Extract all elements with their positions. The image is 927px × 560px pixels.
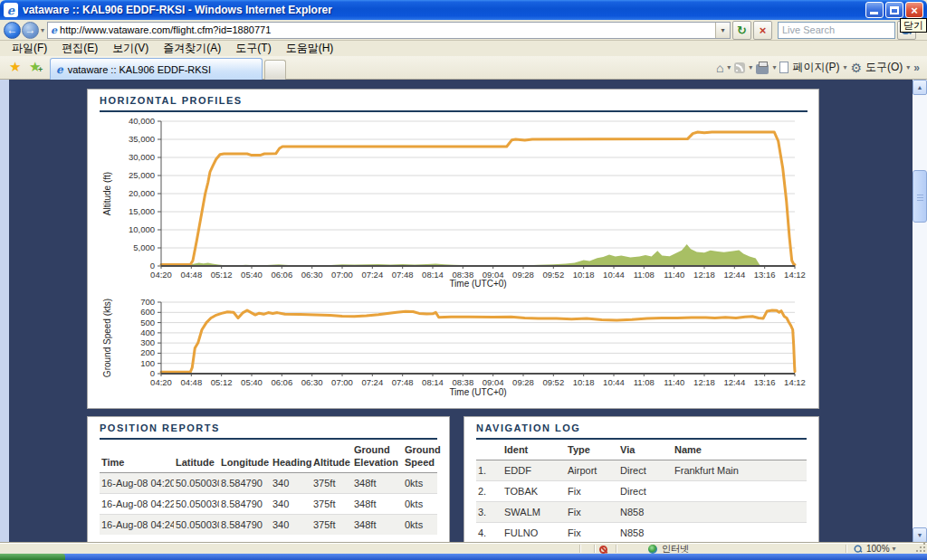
menu-help[interactable]: 도움말(H) [279,40,341,57]
svg-text:07:00: 07:00 [331,270,353,280]
table-cell: Frankfurt Main [673,460,807,480]
taskbar-edge [0,554,927,560]
table-cell: 3. [476,501,502,522]
table-header-row: TimeLatitudeLongitudeHeadingAltitudeGrou… [100,441,437,472]
history-dropdown[interactable]: ▾ [41,26,44,34]
svg-text:09:28: 09:28 [512,270,534,280]
svg-text:04:48: 04:48 [180,270,202,280]
svg-text:15,000: 15,000 [129,206,155,216]
menu-tools[interactable]: 도구(T) [228,40,278,57]
column-header: Via [618,441,673,460]
url-dropdown-button[interactable]: ▾ [715,23,730,38]
close-button[interactable]: × [905,2,923,18]
svg-text:11:40: 11:40 [664,270,684,280]
favorites-center-button[interactable]: ★ [9,59,21,75]
menu-file[interactable]: 파일(F) [5,40,54,57]
tools-menu-button[interactable]: 도구(O) [865,60,903,75]
svg-text:Altitude (ft): Altitude (ft) [102,172,112,215]
scroll-down-button[interactable]: ▼ [913,527,927,543]
page-menu-button[interactable]: 페이지(P) [792,60,839,75]
minimize-button[interactable] [865,2,884,18]
tools-dropdown[interactable]: ▾ [906,63,910,71]
search-input[interactable] [779,24,894,35]
profiles-section-title: HORIZONTAL PROFILES [100,95,808,112]
internet-zone-icon [648,545,657,554]
status-bar: 인터넷 100% ▾ [0,543,927,554]
page-favicon: e [51,24,57,36]
scroll-up-button[interactable]: ▲ [913,80,927,95]
refresh-icon: ↻ [737,24,747,37]
svg-text:08:38: 08:38 [452,377,473,387]
table-cell: 348ft [352,514,403,535]
table-cell: 16-Aug-08 04:20 [100,472,174,493]
altitude-chart: 05,00010,00015,00020,00025,00030,00035,0… [100,114,802,289]
add-plus-icon: + [38,65,43,74]
table-cell: Direct [618,480,673,501]
column-header: Ground Speed [403,441,437,472]
table-cell: 4. [476,522,502,543]
table-cell: FULNO [502,522,566,543]
table-header-row: IdentTypeViaName [476,441,807,460]
table-cell [673,522,807,543]
table-cell: N858 [618,522,673,543]
svg-text:07:48: 07:48 [392,377,414,387]
vertical-scrollbar[interactable]: ▲ ▼ [913,80,927,543]
position-reports-table-wrap: TimeLatitudeLongitudeHeadingAltitudeGrou… [100,441,437,535]
table-cell: N858 [618,501,673,522]
start-button-edge[interactable] [0,554,65,560]
table-row: 16-Aug-08 04:2250.0500308.584790340375ft… [100,493,437,514]
table-cell: 348ft [352,493,403,514]
active-tab[interactable]: e vataware :: KAL906 EDDF-RKSI [50,58,263,80]
svg-text:07:24: 07:24 [361,377,383,387]
table-row: 16-Aug-08 04:2450.0500308.584790340375ft… [100,514,437,535]
stop-button[interactable]: × [753,21,772,40]
column-header: Time [100,441,174,472]
svg-text:300: 300 [140,337,155,347]
table-cell: 50.050030 [174,472,219,493]
svg-text:07:00: 07:00 [331,377,353,387]
svg-text:09:52: 09:52 [542,270,564,280]
refresh-button[interactable]: ↻ [732,21,751,40]
zoom-magnifier-icon [855,546,863,554]
overflow-chevron-icon[interactable]: » [913,62,920,74]
resize-grip[interactable] [923,550,925,552]
page-dropdown[interactable]: ▾ [843,63,846,71]
feeds-dropdown[interactable]: ▾ [749,63,752,71]
svg-text:09:52: 09:52 [542,377,564,387]
svg-text:06:06: 06:06 [271,377,292,387]
url-input[interactable] [60,24,715,37]
column-header: Altitude [311,441,352,472]
phishing-filter-icon[interactable] [599,546,607,554]
forward-button[interactable]: → [22,22,39,39]
maximize-button[interactable] [885,2,903,18]
feeds-icon[interactable] [734,62,745,73]
back-button[interactable]: ← [4,22,21,39]
svg-text:Time (UTC+0): Time (UTC+0) [449,387,506,397]
table-cell: 340 [271,493,311,514]
svg-text:11:08: 11:08 [634,270,655,280]
tab-favicon: e [56,63,63,76]
column-header: Heading [271,441,311,472]
menu-favorites[interactable]: 즐겨찾기(A) [156,40,228,57]
address-bar: ← → ▾ e ▾ ↻ × ▾ [0,20,927,41]
scrollbar-thumb[interactable] [913,170,927,223]
print-icon[interactable] [756,64,769,74]
new-tab-button[interactable] [264,60,286,80]
svg-text:05:40: 05:40 [241,270,263,280]
menu-edit[interactable]: 편집(E) [54,40,105,57]
svg-text:09:04: 09:04 [483,377,504,387]
home-dropdown[interactable]: ▾ [727,63,731,71]
svg-text:04:20: 04:20 [150,270,172,280]
svg-text:700: 700 [140,297,155,307]
svg-text:12:44: 12:44 [723,270,745,280]
svg-text:12:44: 12:44 [723,377,745,387]
position-reports-section-title: POSITION REPORTS [100,422,437,440]
home-icon[interactable]: ⌂ [716,61,723,75]
command-bar: ★ ★ + e vataware :: KAL906 EDDF-RKSI ⌂ ▾… [0,56,927,80]
table-row: 4.FULNOFixN858 [476,522,807,543]
table-cell: 0kts [403,493,437,514]
table-cell: 1. [476,460,502,480]
print-dropdown[interactable]: ▾ [772,63,776,71]
maximize-icon [890,6,899,14]
menu-view[interactable]: 보기(V) [105,40,156,57]
